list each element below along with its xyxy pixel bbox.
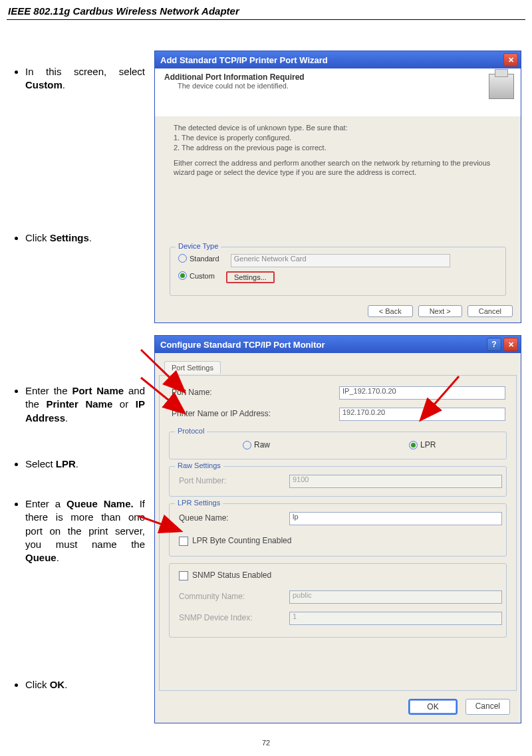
cancel-button-2[interactable]: Cancel — [466, 699, 510, 715]
instruction-step-5: Enter a Queue Name. If there is more tha… — [12, 497, 145, 568]
instruction-step-4: Select LPR. — [12, 457, 145, 475]
page-header: IEEE 802.11g Cardbus Wireless Network Ad… — [0, 0, 532, 19]
lpr-settings-group: LPR Settings Queue Name: lp LPR Byte Cou… — [169, 503, 507, 557]
label-port-name: Port Name: — [172, 388, 212, 397]
input-port-name[interactable]: IP_192.170.0.20 — [339, 386, 505, 400]
radio-lpr[interactable]: LPR — [409, 440, 436, 449]
tab-frame: Port Name: IP_192.170.0.20 Printer Name … — [159, 375, 517, 691]
tab-port-settings[interactable]: Port Settings — [164, 361, 221, 374]
input-raw-port: 9100 — [289, 475, 502, 488]
port-monitor-title: Configure Standard TCP/IP Port Monitor — [160, 340, 325, 350]
protocol-group: Protocol Raw LPR — [169, 432, 507, 459]
instruction-step-1: In this screen, select Custom. — [12, 65, 145, 96]
instruction-step-6: Click OK. — [12, 678, 145, 695]
input-community: public — [289, 590, 502, 604]
settings-button[interactable]: Settings... — [226, 271, 275, 283]
port-monitor-titlebar[interactable]: Configure Standard TCP/IP Port Monitor ?… — [155, 336, 521, 353]
wizard-body-text: The detected device is of unknown type. … — [155, 116, 521, 184]
ok-button[interactable]: OK — [408, 699, 457, 715]
label-snmp-index: SNMP Device Index: — [179, 613, 253, 622]
input-printer-ip[interactable]: 192.170.0.20 — [339, 408, 505, 421]
label-community: Community Name: — [179, 592, 245, 601]
wizard-subtitle: Additional Port Information Required — [164, 72, 511, 82]
input-snmp-index: 1 — [289, 612, 502, 625]
wizard-titlebar[interactable]: Add Standard TCP/IP Printer Port Wizard … — [155, 51, 521, 68]
radio-raw[interactable]: Raw — [243, 440, 270, 449]
close-icon[interactable]: ✕ — [503, 53, 518, 66]
instruction-step-2: Click Settings. — [12, 231, 145, 249]
close-icon[interactable]: ✕ — [503, 338, 518, 351]
device-type-group: Device Type Standard Generic Network Car… — [170, 247, 506, 296]
label-printer-ip: Printer Name or IP Address: — [172, 409, 271, 418]
printer-icon — [489, 74, 514, 99]
wizard-title: Add Standard TCP/IP Printer Port Wizard — [160, 55, 328, 65]
cancel-button[interactable]: Cancel — [467, 305, 513, 317]
label-raw-port: Port Number: — [179, 476, 226, 485]
radio-standard[interactable]: Standard — [178, 254, 219, 263]
page-number: 72 — [0, 739, 532, 747]
checkbox-lpr-bytecount[interactable]: LPR Byte Counting Enabled — [179, 536, 291, 546]
radio-custom[interactable]: Custom — [178, 271, 215, 280]
port-monitor-dialog: Configure Standard TCP/IP Port Monitor ?… — [154, 335, 521, 723]
label-queue-name: Queue Name: — [179, 513, 229, 523]
back-button[interactable]: < Back — [368, 305, 413, 317]
next-button[interactable]: Next > — [418, 305, 462, 317]
instruction-step-3: Enter the Port Name and the Printer Name… — [12, 384, 145, 429]
wizard-subtext: The device could not be identified. — [164, 82, 511, 90]
snmp-group: SNMP Status Enabled Community Name: publ… — [169, 563, 507, 638]
raw-settings-group: Raw Settings Port Number: 9100 — [169, 466, 507, 497]
wizard-dialog: Add Standard TCP/IP Printer Port Wizard … — [154, 51, 521, 323]
input-queue-name[interactable]: lp — [289, 512, 502, 525]
checkbox-snmp[interactable]: SNMP Status Enabled — [179, 570, 271, 580]
device-type-combo[interactable]: Generic Network Card — [231, 254, 450, 267]
help-icon[interactable]: ? — [487, 338, 501, 351]
